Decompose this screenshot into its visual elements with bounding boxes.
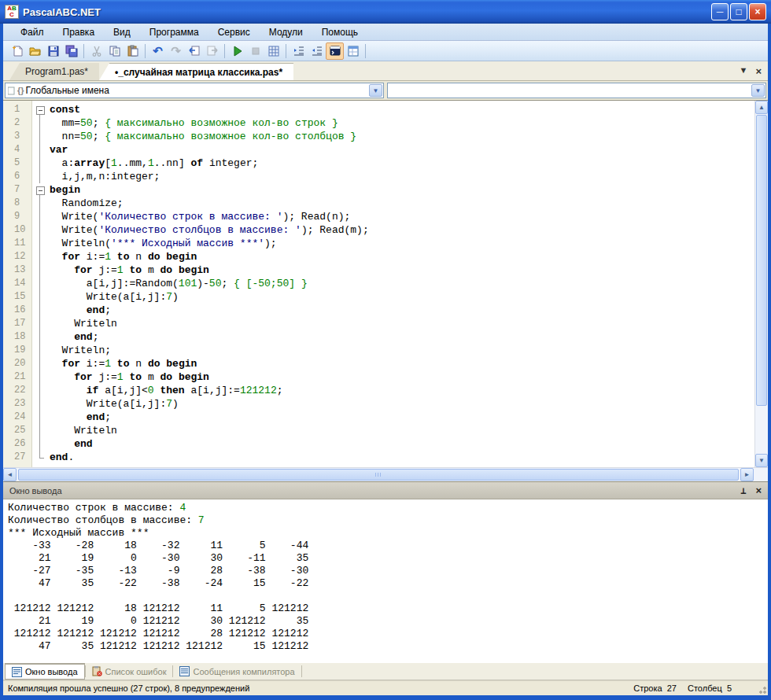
outdent-icon[interactable] xyxy=(308,42,326,60)
line-number: 18 xyxy=(3,330,32,344)
code-line: 10 Write('Количество столбцов в массиве:… xyxy=(3,223,754,237)
vertical-scroll-thumb[interactable] xyxy=(756,115,767,406)
menu-program[interactable]: Программа xyxy=(140,25,208,39)
line-number: 27 xyxy=(3,451,32,464)
output-lines[interactable]: Количество строк в массиве: 4Количество … xyxy=(3,499,768,663)
save-all-icon[interactable] xyxy=(62,42,80,60)
resize-grip[interactable] xyxy=(757,684,766,694)
output-line: 121212 121212 121212 121212 28 121212 12… xyxy=(8,628,768,640)
tab-compiler-messages[interactable]: Сообщения компилятора xyxy=(173,663,301,680)
horizontal-scrollbar[interactable]: ◄ ► xyxy=(3,467,768,481)
form-view-icon[interactable] xyxy=(344,42,362,60)
tab-list-dropdown-icon[interactable]: ▼ xyxy=(740,65,748,77)
menu-view[interactable]: Вид xyxy=(104,25,140,39)
code-lines[interactable]: 1const2 mm=50; { максимально возможное к… xyxy=(3,101,754,467)
combo-dropdown-icon[interactable]: ▼ xyxy=(751,84,765,97)
tab-program1[interactable]: Program1.pas* xyxy=(9,63,99,80)
line-number: 22 xyxy=(3,384,32,397)
step-grid-icon[interactable] xyxy=(264,42,282,60)
code-line: 21 for j:=1 to m do begin xyxy=(3,370,754,384)
output-window-header[interactable]: Окно вывода ⊥ × xyxy=(3,481,768,499)
fold-margin xyxy=(32,143,50,157)
code-line: 15 Write(a[i,j]:7) xyxy=(3,290,754,304)
line-number: 21 xyxy=(3,370,32,384)
title-bar[interactable]: АВС PascalABC.NET ─ □ × xyxy=(0,0,771,24)
code-text: Writeln xyxy=(50,317,117,330)
menu-help[interactable]: Помощь xyxy=(312,25,367,39)
menu-edit[interactable]: Правка xyxy=(53,25,105,39)
code-editor: 1const2 mm=50; { максимально возможное к… xyxy=(3,100,768,467)
output-close-icon[interactable]: × xyxy=(755,484,762,496)
fold-margin xyxy=(32,411,50,424)
tab-error-list[interactable]: Список ошибок xyxy=(86,663,173,680)
window-title: PascalABC.NET xyxy=(23,6,101,18)
fold-collapse-icon[interactable] xyxy=(32,183,50,197)
code-text: var xyxy=(50,143,68,157)
code-text: end xyxy=(50,437,93,451)
show-console-icon[interactable] xyxy=(326,42,344,60)
output-line: Количество столбцов в массиве: 7 xyxy=(8,514,768,527)
code-line: 4var xyxy=(3,143,754,157)
global-names-combobox[interactable]: {} Глобальные имена ▼ xyxy=(5,83,384,98)
line-number: 5 xyxy=(3,157,32,170)
output-line: -33 -28 18 -32 11 5 -44 xyxy=(8,540,768,552)
scroll-right-icon[interactable]: ► xyxy=(740,468,754,481)
scroll-up-icon[interactable]: ▲ xyxy=(755,101,768,114)
scroll-left-icon[interactable]: ◄ xyxy=(3,468,17,481)
fold-margin xyxy=(32,210,50,223)
code-text: Write('Количество строк в массиве: '); R… xyxy=(50,210,350,223)
line-number: 26 xyxy=(3,437,32,451)
code-text: end. xyxy=(50,451,74,464)
new-file-icon[interactable] xyxy=(8,42,26,60)
paste-icon[interactable] xyxy=(124,42,142,60)
output-line: Количество строк в массиве: 4 xyxy=(8,502,768,514)
maximize-button[interactable]: □ xyxy=(730,3,747,20)
menu-modules[interactable]: Модули xyxy=(260,25,312,39)
code-line: 27end. xyxy=(3,451,754,464)
code-line: 7begin xyxy=(3,183,754,197)
code-text: mm=50; { максимально возможное кол-во ст… xyxy=(50,116,338,130)
copy-icon[interactable] xyxy=(105,42,124,60)
code-text: end; xyxy=(50,411,111,424)
code-text: for i:=1 to n do begin xyxy=(50,357,197,370)
code-page-icon xyxy=(8,87,16,95)
compiler-messages-icon xyxy=(179,666,190,676)
combo-dropdown-icon[interactable]: ▼ xyxy=(369,84,382,97)
fold-margin xyxy=(32,330,50,344)
code-text: for i:=1 to n do begin xyxy=(50,250,197,263)
horizontal-scroll-thumb[interactable] xyxy=(18,469,739,481)
line-number: 9 xyxy=(3,210,32,223)
code-line: 13 for j:=1 to m do begin xyxy=(3,263,754,277)
global-names-value: Глобальные имена xyxy=(26,85,109,96)
output-line: -27 -35 -13 -9 28 -38 -30 xyxy=(8,565,768,577)
tab-close-icon[interactable]: × xyxy=(755,65,762,77)
save-icon[interactable] xyxy=(44,42,62,60)
fold-margin xyxy=(32,290,50,304)
tab-output-window[interactable]: Окно вывода xyxy=(5,663,85,680)
members-combobox[interactable]: ▼ xyxy=(387,83,766,98)
vertical-scrollbar[interactable]: ▲ ▼ xyxy=(754,101,768,467)
indent-icon[interactable] xyxy=(290,42,308,60)
pin-icon[interactable]: ⊥ xyxy=(740,485,746,496)
open-file-icon[interactable] xyxy=(26,42,44,60)
run-icon[interactable] xyxy=(228,42,246,60)
close-button[interactable]: × xyxy=(749,3,766,20)
menu-service[interactable]: Сервис xyxy=(208,25,260,39)
line-number: 15 xyxy=(3,290,32,304)
minimize-button[interactable]: ─ xyxy=(711,3,729,20)
fold-margin xyxy=(32,237,50,250)
code-text: Writeln('*** Исходный массив ***'); xyxy=(50,237,277,250)
code-line: 22 if a[i,j]<0 then a[i,j]:=121212; xyxy=(3,384,754,397)
output-line: 47 35 121212 121212 121212 15 121212 xyxy=(8,640,768,653)
nav-back-icon[interactable] xyxy=(185,42,203,60)
toolbar: ↶ ↷ xyxy=(3,41,768,61)
fold-margin xyxy=(32,197,50,210)
tab-random-matrix[interactable]: •_случайная матрица классика.pas* xyxy=(99,63,293,80)
code-text: end; xyxy=(50,330,98,344)
fold-margin xyxy=(32,437,50,451)
undo-icon[interactable]: ↶ xyxy=(149,42,167,60)
menu-file[interactable]: Файл xyxy=(11,25,53,39)
scroll-down-icon[interactable]: ▼ xyxy=(755,454,768,467)
fold-collapse-icon[interactable] xyxy=(32,103,50,116)
output-window-icon xyxy=(12,667,22,677)
